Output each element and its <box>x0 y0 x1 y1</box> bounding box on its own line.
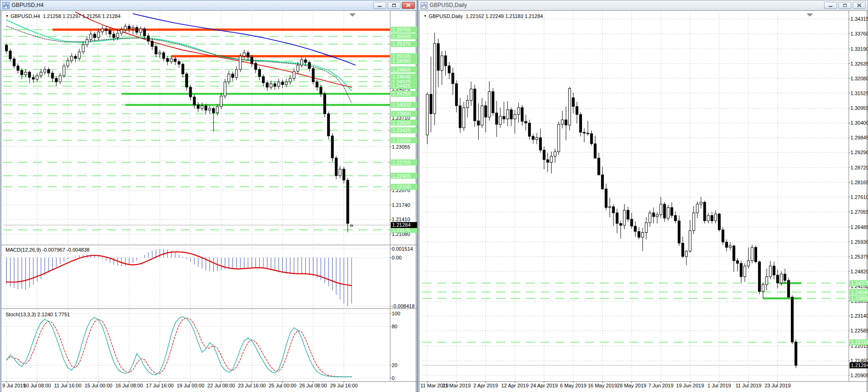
svg-text:28 May 2019: 28 May 2019 <box>617 383 647 388</box>
svg-text:0.00: 0.00 <box>392 255 401 260</box>
svg-text:12 Apr 2019: 12 Apr 2019 <box>501 383 528 388</box>
daily-info-line: ▼GBPUSD,Daily 1.22162 1.22249 1.21183 1.… <box>424 13 543 19</box>
svg-text:1.26485: 1.26485 <box>850 224 868 230</box>
svg-text:20: 20 <box>392 362 397 368</box>
chart-shift-triangle-icon <box>807 13 813 17</box>
svg-text:1.23800: 1.23800 <box>851 296 868 301</box>
svg-text:1.30400: 1.30400 <box>850 120 868 126</box>
macd-indicator-label: MACD(12,26,9) -0.007967 -0.004838 <box>6 247 90 253</box>
svg-text:10 Jul 08:00: 10 Jul 08:00 <box>23 383 51 388</box>
h4-chart-canvas[interactable]: 1.243701.237101.230551.220701.217401.214… <box>1 11 418 392</box>
svg-text:80: 80 <box>392 324 397 329</box>
svg-text:1.24990: 1.24990 <box>392 58 411 64</box>
svg-text:1.24425: 1.24425 <box>392 83 411 89</box>
symbol-dropdown-arrow-icon: ▼ <box>6 14 9 18</box>
candlestick-chart-icon <box>420 2 428 9</box>
svg-text:17 Jul 16:00: 17 Jul 16:00 <box>146 383 174 388</box>
titlebar-h4[interactable]: GBPUSD,H4 <box>0 0 417 11</box>
svg-text:1.27055: 1.27055 <box>850 209 868 215</box>
svg-text:16 May 2019: 16 May 2019 <box>588 383 617 388</box>
svg-text:21 Mar 2019: 21 Mar 2019 <box>442 383 471 388</box>
svg-text:1.23140: 1.23140 <box>850 313 868 319</box>
svg-text:0: 0 <box>392 375 395 381</box>
candlestick-chart-icon <box>2 2 10 9</box>
svg-text:22 Jul 08:00: 22 Jul 08:00 <box>207 383 235 388</box>
svg-text:0.001514: 0.001514 <box>392 246 413 252</box>
svg-text:1.25550: 1.25550 <box>392 34 411 39</box>
svg-text:1.31525: 1.31525 <box>850 90 868 96</box>
svg-text:1.30955: 1.30955 <box>850 105 868 111</box>
h4-symbol-period: GBPUSD,H4 <box>11 13 40 19</box>
close-button[interactable] <box>402 2 415 9</box>
svg-text:1.24820: 1.24820 <box>850 269 868 274</box>
chart-window-h4: GBPUSD,H4 1.243701.237101.230551.220701.… <box>0 0 417 392</box>
svg-text:1.22585: 1.22585 <box>850 328 868 333</box>
svg-text:29 Jul 16:00: 29 Jul 16:00 <box>330 383 358 388</box>
svg-text:1.23055: 1.23055 <box>392 144 410 150</box>
svg-text:11 Jul 2019: 11 Jul 2019 <box>735 383 761 388</box>
svg-text:1.25375: 1.25375 <box>392 41 411 47</box>
restore-button[interactable] <box>838 2 851 9</box>
svg-text:1.21410: 1.21410 <box>392 217 410 222</box>
svg-text:1.24000: 1.24000 <box>392 102 411 108</box>
svg-text:1.24800: 1.24800 <box>392 67 411 72</box>
svg-text:1.29845: 1.29845 <box>850 135 868 140</box>
svg-text:19 Jun 2019: 19 Jun 2019 <box>676 383 704 388</box>
chart-shift-triangle-icon <box>349 13 356 17</box>
svg-text:1.24040: 1.24040 <box>851 289 868 295</box>
svg-text:1.24375: 1.24375 <box>851 280 868 286</box>
daily-chart-canvas[interactable]: 1.343151.337601.331901.326351.320801.315… <box>419 11 868 392</box>
daily-symbol-period: GBPUSD,Daily <box>429 13 463 19</box>
svg-text:9 Jul 2019: 9 Jul 2019 <box>2 383 26 388</box>
svg-text:1 Jul 2019: 1 Jul 2019 <box>708 383 731 388</box>
svg-text:1.28165: 1.28165 <box>850 180 868 185</box>
svg-text:1.20905: 1.20905 <box>850 373 868 378</box>
svg-text:-0.008418: -0.008418 <box>392 303 415 309</box>
svg-text:1.22400: 1.22400 <box>392 173 411 179</box>
svg-text:100: 100 <box>392 311 400 316</box>
svg-text:1.23425: 1.23425 <box>392 127 411 133</box>
titlebar-daily[interactable]: GBPUSD,Daily <box>419 0 868 11</box>
svg-text:1.25930: 1.25930 <box>850 239 868 245</box>
svg-text:1.33190: 1.33190 <box>850 46 868 52</box>
minimize-button[interactable] <box>373 2 386 9</box>
svg-text:1.34315: 1.34315 <box>850 16 868 22</box>
svg-text:25 Jul 00:00: 25 Jul 00:00 <box>269 383 297 388</box>
svg-text:1.22150: 1.22150 <box>851 339 868 345</box>
svg-text:6 May 2019: 6 May 2019 <box>560 383 586 388</box>
window-title: GBPUSD,Daily <box>430 0 467 10</box>
svg-text:19 Jul 00:00: 19 Jul 00:00 <box>176 383 204 388</box>
svg-text:1.25375: 1.25375 <box>850 254 868 259</box>
svg-text:1.23800: 1.23800 <box>392 111 411 116</box>
chart-window-daily: GBPUSD,Daily 1.343151.337601.331901.3263… <box>418 0 868 392</box>
svg-text:1.33760: 1.33760 <box>850 31 868 36</box>
svg-text:1.24250: 1.24250 <box>392 91 411 96</box>
svg-text:24 Apr 2019: 24 Apr 2019 <box>530 383 558 388</box>
svg-text:1.28720: 1.28720 <box>850 165 868 170</box>
minimize-button[interactable] <box>824 2 837 9</box>
svg-text:1.22700: 1.22700 <box>392 160 411 165</box>
symbol-dropdown-arrow-icon: ▼ <box>424 14 427 18</box>
svg-text:15 Jul 00:00: 15 Jul 00:00 <box>85 383 112 388</box>
svg-text:1.25700: 1.25700 <box>392 27 411 32</box>
svg-text:1.32635: 1.32635 <box>850 61 868 66</box>
daily-ohlc-values: 1.22162 1.22249 1.21183 1.21284 <box>466 13 543 19</box>
restore-button[interactable] <box>388 2 401 9</box>
svg-text:11 Jul 16:00: 11 Jul 16:00 <box>54 383 81 388</box>
svg-text:1.32080: 1.32080 <box>850 76 868 81</box>
svg-text:1.23200: 1.23200 <box>392 138 411 143</box>
stoch-indicator-label: Stoch(13,3,3) 2.1240 1.7751 <box>6 312 70 317</box>
svg-text:1.21284: 1.21284 <box>851 362 868 368</box>
svg-text:26 Jul 08:00: 26 Jul 08:00 <box>299 383 327 388</box>
chart-client-h4: 1.243701.237101.230551.220701.217401.214… <box>1 10 416 392</box>
svg-text:2 Apr 2019: 2 Apr 2019 <box>473 383 498 388</box>
svg-text:16 Jul 08:00: 16 Jul 08:00 <box>115 383 143 388</box>
h4-ohlc-values: 1.21258 1.21297 1.21256 1.21284 <box>43 13 121 19</box>
svg-text:1.21740: 1.21740 <box>392 202 410 208</box>
svg-text:7 Jun 2019: 7 Jun 2019 <box>648 383 673 388</box>
close-button[interactable] <box>853 2 866 9</box>
svg-text:1.21284: 1.21284 <box>392 222 411 228</box>
window-title: GBPUSD,H4 <box>12 0 43 10</box>
svg-text:1.27610: 1.27610 <box>850 194 868 200</box>
svg-text:23 Jul 2019: 23 Jul 2019 <box>765 383 791 388</box>
